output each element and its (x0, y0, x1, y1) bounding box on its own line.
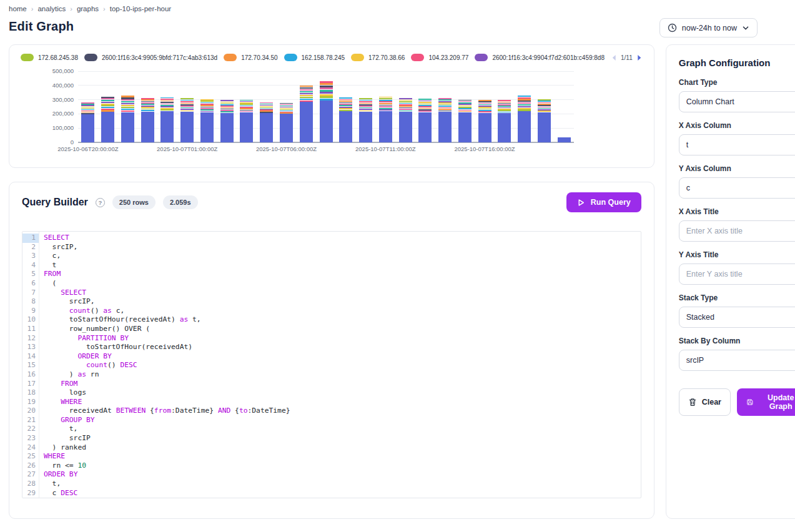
code-line: GROUP BY (44, 416, 641, 425)
run-query-button[interactable]: Run Query (566, 192, 641, 212)
clear-button[interactable]: Clear (679, 388, 731, 416)
stack-type-select[interactable]: Stacked (679, 307, 795, 328)
breadcrumb: home›analytics›graphs›top-10-ips-per-hou… (9, 5, 786, 12)
clear-button-label: Clear (702, 398, 721, 406)
legend-label: 162.158.78.245 (302, 54, 345, 61)
code-line: ) ranked (44, 443, 641, 453)
query-builder-title: Query Builder (22, 197, 88, 208)
legend-item[interactable]: 104.23.209.77 (411, 54, 468, 61)
trash-icon (688, 398, 697, 406)
line-number: 12 (22, 334, 39, 343)
code-line: ( (44, 279, 641, 288)
line-number: 25 (22, 452, 39, 461)
legend-label: 172.70.34.50 (241, 54, 277, 61)
breadcrumb-separator: › (70, 5, 72, 12)
time-range-selector[interactable]: now-24h to now (659, 18, 758, 37)
y-axis-column-select[interactable]: c (679, 177, 795, 199)
select-value: c (686, 184, 795, 192)
svg-text:2025-10-06T20:00:00Z: 2025-10-06T20:00:00Z (57, 145, 118, 152)
code-line: FROM (44, 380, 641, 389)
legend-label: 172.70.38.66 (368, 54, 405, 61)
query-builder-header: Query Builder ? 250 rows 2.059s Run Quer… (22, 192, 641, 212)
run-query-label: Run Query (591, 198, 631, 207)
legend-item[interactable]: 172.70.38.66 (351, 54, 405, 61)
code-line: receivedAt BETWEEN {from:DateTime} AND {… (44, 406, 641, 416)
line-number: 29 (22, 489, 39, 498)
line-number: 23 (22, 434, 39, 443)
x-axis-column-select[interactable]: t (679, 134, 795, 155)
code-line: FROM (44, 270, 641, 279)
query-time-badge: 2.059s (163, 195, 198, 209)
legend-item[interactable]: 162.158.78.245 (284, 54, 345, 61)
legend-item[interactable]: 172.70.34.50 (224, 54, 277, 61)
line-number: 13 (22, 343, 39, 352)
update-graph-label: Update Graph (759, 393, 795, 411)
legend-item[interactable]: 2600:1f16:3c4:9904:f7d2:601b:c459:8d8 (475, 54, 605, 61)
help-icon[interactable]: ? (96, 198, 105, 207)
legend-swatch (411, 54, 424, 61)
breadcrumb-item-home[interactable]: home (9, 5, 27, 12)
chart-type-select[interactable]: Column Chart (679, 91, 795, 112)
field-label: Y Axis Title (679, 250, 795, 259)
legend-item[interactable]: 172.68.245.38 (21, 54, 78, 61)
code-line: toStartOfHour(receivedAt) as t, (44, 315, 641, 325)
field-x-axis-column: X Axis Columnt (679, 121, 795, 155)
sql-code[interactable]: SELECT srcIP, c, tFROM ( SELECT srcIP, c… (39, 232, 641, 498)
x-axis-title-input[interactable] (686, 227, 795, 235)
select-value: Stacked (686, 313, 795, 322)
legend-prev-icon[interactable] (611, 54, 618, 61)
field-label: Chart Type (679, 78, 795, 87)
field-stack-type: Stack TypeStacked (679, 293, 795, 328)
code-line: srcIP (44, 434, 641, 443)
field-label: Stack Type (679, 293, 795, 302)
svg-text:2025-10-07T06:00:00Z: 2025-10-07T06:00:00Z (256, 145, 317, 152)
breadcrumb-item-analytics[interactable]: analytics (37, 5, 66, 12)
line-number: 15 (22, 361, 39, 370)
main-layout: 172.68.245.382600:1f16:3c4:9905:9bfd:717… (9, 44, 786, 519)
legend-page-label: 1/11 (621, 54, 633, 61)
time-range-label: now-24h to now (682, 24, 737, 32)
legend-label: 2600:1f16:3c4:9905:9bfd:717c:4ab3:613d (102, 54, 217, 61)
legend-label: 172.68.245.38 (38, 54, 78, 61)
code-line: ) as rn (44, 370, 641, 380)
line-number: 3 (22, 252, 39, 261)
chart-card: 172.68.245.382600:1f16:3c4:9905:9bfd:717… (9, 44, 654, 168)
field-label: X Axis Title (679, 207, 795, 216)
code-line: toStartOfHour(receivedAt) (44, 343, 641, 352)
select-value: Column Chart (686, 97, 795, 106)
svg-text:400,000: 400,000 (52, 82, 74, 89)
clock-icon (668, 23, 677, 32)
code-line: SELECT (44, 288, 641, 298)
update-graph-button[interactable]: Update Graph (737, 388, 795, 416)
legend-swatch (351, 54, 364, 61)
svg-text:2025-10-07T01:00:00Z: 2025-10-07T01:00:00Z (157, 145, 217, 152)
chart-legend: 172.68.245.382600:1f16:3c4:9905:9bfd:717… (21, 54, 643, 61)
select-value: t (686, 140, 795, 149)
play-icon (577, 199, 585, 207)
breadcrumb-item-top-10-ips-per-hour[interactable]: top-10-ips-per-hour (110, 5, 171, 12)
breadcrumb-item-graphs[interactable]: graphs (77, 5, 99, 12)
legend-pagination: 1/11 (611, 54, 643, 61)
code-line: c DESC (44, 489, 641, 498)
field-y-axis-title: Y Axis Title (679, 250, 795, 285)
line-number: 14 (22, 352, 39, 362)
code-line: count() DESC (44, 361, 641, 370)
sql-editor[interactable]: 1234567891011121314151617181920212223242… (22, 231, 641, 498)
stack-by-column-select[interactable]: srcIP (679, 350, 795, 371)
svg-text:100,000: 100,000 (52, 124, 74, 131)
legend-label: 2600:1f16:3c4:9904:f7d2:601b:c459:8d8 (492, 54, 605, 61)
line-number: 18 (22, 388, 39, 398)
legend-next-icon[interactable] (636, 54, 643, 61)
code-line: t, (44, 425, 641, 434)
code-line: t, (44, 480, 641, 489)
graph-configuration-fields: Chart TypeColumn ChartX Axis ColumntY Ax… (679, 78, 795, 371)
stacked-column-chart: 0100,000200,000300,000400,000500,0002025… (21, 65, 643, 161)
line-number: 22 (22, 425, 39, 434)
svg-text:200,000: 200,000 (52, 110, 74, 117)
svg-text:2025-10-07T11:00:00Z: 2025-10-07T11:00:00Z (355, 145, 416, 152)
line-number: 2 (22, 243, 39, 252)
legend-item[interactable]: 2600:1f16:3c4:9905:9bfd:717c:4ab3:613d (84, 54, 217, 61)
line-number: 4 (22, 261, 39, 270)
left-column: 172.68.245.382600:1f16:3c4:9905:9bfd:717… (9, 44, 654, 519)
y-axis-title-input[interactable] (686, 270, 795, 278)
